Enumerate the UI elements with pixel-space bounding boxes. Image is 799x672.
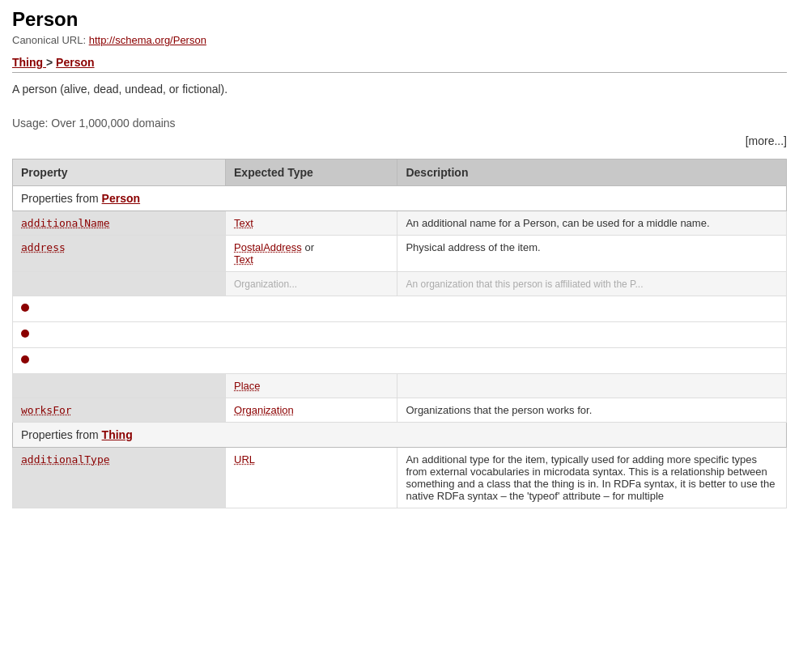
desc-cell-partial2 [397, 374, 787, 398]
section-label-thing: Properties from [21, 428, 102, 441]
section-header-person: Properties from Person [13, 186, 787, 211]
property-cell-additionalname: additionalName [13, 211, 226, 236]
dots-row-3 [13, 348, 787, 374]
desc-cell-partial: An organization that this person is affi… [397, 272, 787, 296]
usage-stat: Usage: Over 1,000,000 domains [12, 117, 787, 130]
type-link-text-1[interactable]: Text [234, 217, 253, 229]
desc-cell-worksfor: Organizations that the person works for. [397, 398, 787, 423]
property-link-address[interactable]: address [21, 241, 66, 253]
type-cell-partial2: Place [226, 374, 397, 398]
dot-cell-2 [13, 322, 787, 348]
dot-icon-2 [21, 330, 29, 338]
col-header-expected-type: Expected Type [226, 159, 397, 186]
section-header-thing: Properties from Thing [13, 423, 787, 448]
type-cell-additionalname: Text [226, 211, 397, 236]
property-cell-worksfor: worksFor [13, 398, 226, 423]
property-cell-partial [13, 272, 226, 296]
table-row: additionalName Text An additional name f… [13, 211, 787, 236]
breadcrumb-separator: > [46, 56, 56, 69]
type-cell-address: PostalAddress or Text [226, 236, 397, 272]
property-link-worksfor[interactable]: worksFor [21, 404, 72, 416]
desc-cell-address: Physical address of the item. [397, 236, 787, 272]
type-link-url[interactable]: URL [234, 453, 255, 466]
property-cell-address: address [13, 236, 226, 272]
canonical-label: Canonical URL: [12, 34, 86, 46]
type-link-organization[interactable]: Organization [234, 404, 294, 416]
type-link-postaladdress[interactable]: PostalAddress [234, 241, 302, 253]
type-link-text-2[interactable]: Text [234, 253, 253, 266]
property-cell-partial2 [13, 374, 226, 398]
dots-row-1 [13, 296, 787, 322]
canonical-url-line: Canonical URL: http://schema.org/Person [12, 34, 787, 46]
property-link-additionaltype[interactable]: additionalType [21, 453, 110, 466]
table-row-partial2: Place [13, 374, 787, 398]
table-row-additionaltype: additionalType URL An additional type fo… [13, 448, 787, 508]
dot-cell-3 [13, 348, 787, 374]
table-row-worksfor: worksFor Organization Organizations that… [13, 398, 787, 423]
dot-cell-1 [13, 296, 787, 322]
col-header-description: Description [397, 159, 787, 186]
dot-icon-3 [21, 355, 29, 364]
desc-cell-additionaltype: An additional type for the item, typical… [397, 448, 787, 508]
canonical-url-link[interactable]: http://schema.org/Person [89, 34, 206, 46]
more-link[interactable]: [more...] [12, 134, 787, 147]
col-header-property: Property [13, 159, 226, 186]
table-row: address PostalAddress or Text Physical a… [13, 236, 787, 272]
table-row-partial: Organization... An organization that thi… [13, 272, 787, 296]
type-or-separator: or [304, 241, 314, 253]
breadcrumb: Thing > Person [12, 56, 787, 73]
dots-row-2 [13, 322, 787, 348]
breadcrumb-current[interactable]: Person [56, 56, 94, 69]
type-cell-worksfor: Organization [226, 398, 397, 423]
section-link-thing[interactable]: Thing [102, 428, 133, 441]
page-title: Person [12, 8, 787, 31]
type-cell-partial: Organization... [226, 272, 397, 296]
properties-table: Property Expected Type Description Prope… [12, 159, 787, 508]
section-label-person: Properties from [21, 192, 102, 205]
desc-cell-additionalname: An additional name for a Person, can be … [397, 211, 787, 236]
section-link-person[interactable]: Person [102, 192, 140, 205]
dot-icon-1 [21, 304, 29, 312]
type-description: A person (alive, dead, undead, or fictio… [12, 83, 787, 96]
type-cell-additionaltype: URL [226, 448, 397, 508]
breadcrumb-parent[interactable]: Thing [12, 56, 46, 69]
property-cell-additionaltype: additionalType [13, 448, 226, 508]
property-link-additionalname[interactable]: additionalName [21, 217, 110, 229]
